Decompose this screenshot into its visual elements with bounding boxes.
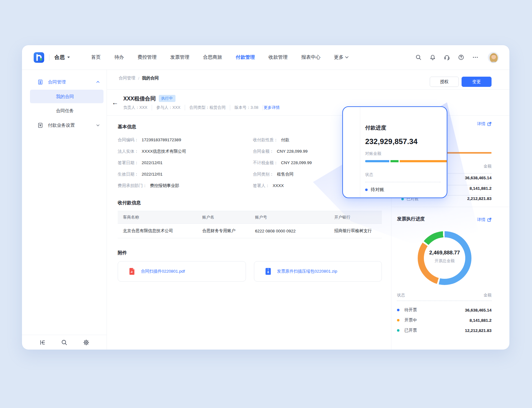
- reconcile-progress-bar: [365, 160, 447, 162]
- app-body: 合同管理 我的合同 合同任务 付款业务设置: [22, 70, 509, 350]
- bar-segment-orange: [400, 160, 447, 162]
- caret-down-icon: [67, 56, 70, 58]
- contract-header-text: XXX租借合同 执行中 负责人：XXX 参与人：XXX 合同类型：租赁合同 版本…: [123, 95, 280, 110]
- breadcrumb-parent[interactable]: 合同管理: [119, 75, 135, 81]
- popup-status-header: 状态: [365, 172, 373, 177]
- table-row: 北京合思有限信息技术公司 合思财务专用账户 6222 0808 0000 092…: [118, 224, 382, 238]
- sidebar-group-label: 合同管理: [48, 79, 66, 85]
- main-content: 合同管理 / 我的合同 ← XXX租借合同 执行中 负责人：XXX 参与: [107, 70, 509, 350]
- attachment-pdf-card[interactable]: 合同扫描件0220801.pdf: [118, 261, 246, 282]
- teal-dot-icon: [401, 198, 404, 200]
- divider: [365, 182, 441, 182]
- nav-item-more[interactable]: 更多: [334, 54, 348, 61]
- more-details-link[interactable]: 更多详情: [264, 105, 280, 110]
- amount-reconciling: 8,141,881.2: [470, 186, 492, 191]
- breadcrumb-current: 我的合同: [142, 75, 159, 81]
- sidebar-group-label: 付款业务设置: [48, 122, 75, 128]
- sidebar-item-my-contracts[interactable]: 我的合同: [30, 90, 103, 103]
- user-avatar[interactable]: [488, 52, 499, 63]
- amount-pending-reconcile: 36,638,465.14: [465, 176, 492, 180]
- authorize-button[interactable]: 授权: [430, 77, 459, 87]
- invoice-total-label: 开票总金额: [418, 258, 471, 264]
- cell-bank: 招商银行双榆树支行: [329, 224, 382, 238]
- col-account-name: 账户名: [197, 211, 250, 224]
- invoice-donut-chart: 2,469,888.77 开票总金额: [418, 231, 471, 285]
- cell-account-number: 6222 0808 0000 0922: [250, 224, 329, 238]
- search-icon[interactable]: [415, 54, 422, 61]
- notification-bell-icon[interactable]: [429, 54, 436, 61]
- amount-reconciled: 2,212,821.83: [467, 196, 492, 201]
- legend-amount-header: 金额: [483, 292, 492, 298]
- payee-table: 客商名称 账户名 账户号 开户银行 北京合思有限信息技术公司 合思财务专用账户 …: [118, 211, 382, 238]
- cell-merchant-name: 北京合思有限信息技术公司: [118, 224, 197, 238]
- external-link-icon: [487, 122, 492, 126]
- collapse-sidebar-icon[interactable]: [39, 339, 46, 346]
- invoice-progress-detail-link[interactable]: 详情: [477, 217, 492, 223]
- external-link-icon: [487, 218, 492, 222]
- blue-dot-icon: [397, 309, 399, 311]
- divider: [360, 107, 360, 198]
- workspace-switcher[interactable]: 合思: [54, 54, 70, 61]
- nav-item-invoice[interactable]: 发票管理: [170, 54, 189, 61]
- col-merchant-name: 客商名称: [118, 211, 197, 224]
- bar-segment-blue: [365, 160, 389, 162]
- nav-item-collection[interactable]: 收款管理: [268, 54, 288, 61]
- sidebar-item-contract-tasks[interactable]: 合同任务: [30, 104, 103, 117]
- nav-item-todo[interactable]: 待办: [114, 54, 124, 61]
- divider: [49, 54, 49, 61]
- col-account-number: 账户号: [250, 211, 329, 224]
- section-title-payee-info: 收付款信息: [118, 200, 382, 206]
- settings-gear-icon[interactable]: [83, 339, 90, 346]
- teal-dot-icon: [397, 329, 399, 332]
- nav-item-expense[interactable]: 费控管理: [137, 54, 157, 61]
- popup-amount-label: 对账金额: [365, 151, 381, 156]
- field-legal-entity: 法人实体：XXXX信息技术有限公司: [118, 146, 247, 157]
- field-sign-date: 签署日期：2022/12/01: [118, 157, 247, 168]
- legend-row-pending-invoice: 待开票 36,638,465.14: [397, 307, 492, 313]
- sidebar-group-contract-management[interactable]: 合同管理: [22, 75, 107, 89]
- primary-nav: 首页 待办 费控管理 发票管理 合思商旅 付款管理 收款管理 报表中心 更多: [91, 54, 348, 61]
- top-navbar: 合思 首页 待办 费控管理 发票管理 合思商旅 付款管理 收款管理 报表中心 更…: [22, 45, 509, 70]
- legend-row-invoicing: 开票中 8,141,881.2: [397, 317, 492, 324]
- payee-table-header: 客商名称 账户名 账户号 开户银行: [118, 211, 382, 224]
- col-bank: 开户银行: [329, 211, 382, 224]
- popup-amount-value: 232,929,857.34: [365, 137, 418, 146]
- donut-center-text: 2,469,888.77 开票总金额: [418, 250, 471, 264]
- nav-item-travel[interactable]: 合思商旅: [203, 54, 222, 61]
- field-effective-date: 生效日期：2022/12/01: [118, 168, 247, 180]
- help-icon[interactable]: [458, 54, 464, 61]
- desktop-background: 合思 首页 待办 费控管理 发票管理 合思商旅 付款管理 收款管理 报表中心 更…: [0, 0, 532, 408]
- page-title: XXX租借合同: [123, 95, 156, 102]
- sidebar-search-icon[interactable]: [61, 339, 68, 346]
- contract-document-icon: [37, 79, 43, 85]
- back-arrow-icon[interactable]: ←: [112, 99, 118, 106]
- section-title-attachments: 附件: [118, 250, 382, 256]
- nav-item-home[interactable]: 首页: [91, 54, 101, 61]
- nav-item-reports[interactable]: 报表中心: [301, 54, 320, 61]
- meta-version: 版本号：3.08: [230, 105, 263, 110]
- payment-progress-popup: 付款进度 232,929,857.34 对账金额 状态 待对账: [342, 106, 447, 198]
- field-cost-department: 费用承担部门：费控报销事业部: [118, 180, 247, 191]
- contract-meta: 负责人：XXX 参与人：XXX 合同类型：租赁合同 版本号：3.08 更多详情: [123, 105, 280, 110]
- headset-support-icon[interactable]: [444, 54, 450, 61]
- orange-dot-icon: [397, 319, 399, 321]
- attachment-zip-card[interactable]: 发票原件扫描压缩包0220801.zip: [254, 261, 382, 282]
- payment-settings-icon: [37, 122, 43, 128]
- payment-progress-detail-link[interactable]: 详情: [477, 121, 492, 127]
- breadcrumb: 合同管理 / 我的合同: [119, 75, 159, 81]
- contract-header: ← XXX租借合同 执行中 负责人：XXX 参与人：XXX 合同类型：租赁合同 …: [107, 89, 509, 116]
- amount-column-header: 金额: [483, 164, 492, 169]
- meta-participant: 参与人：XXX: [152, 105, 185, 110]
- nav-item-payment[interactable]: 付款管理: [236, 54, 255, 61]
- more-actions-icon[interactable]: [472, 54, 479, 61]
- field-contract-code: 合同编码：17239183789172389: [118, 134, 247, 146]
- sidebar-group-payment-settings[interactable]: 付款业务设置: [22, 118, 107, 132]
- cell-account-name: 合思财务专用账户: [197, 224, 250, 238]
- header-actions: 授权 变更: [430, 77, 492, 87]
- panel-section-divider: [391, 207, 509, 207]
- change-button[interactable]: 变更: [462, 77, 492, 87]
- hose-logo-icon: [34, 52, 44, 63]
- app-window: 合思 首页 待办 费控管理 发票管理 合思商旅 付款管理 收款管理 报表中心 更…: [22, 45, 510, 350]
- attachments-row: 合同扫描件0220801.pdf 发票原件扫描压缩包0220801.zip: [118, 261, 382, 282]
- attachment-name: 合同扫描件0220801.pdf: [141, 269, 185, 274]
